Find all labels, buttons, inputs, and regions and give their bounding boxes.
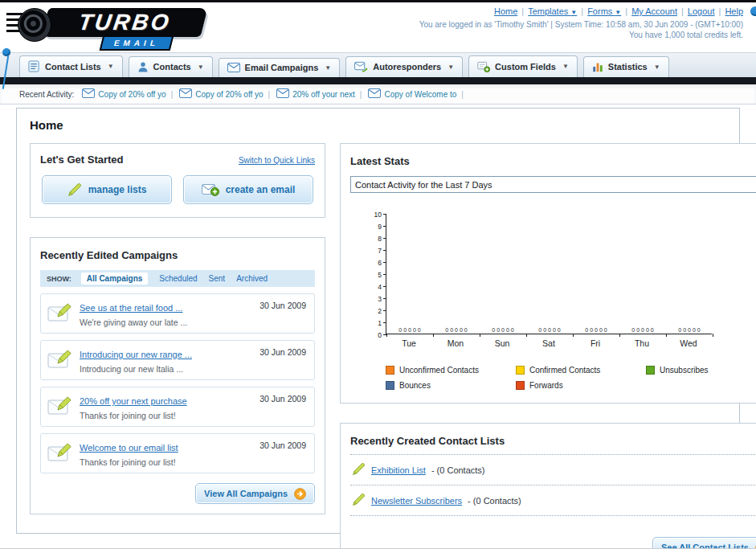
campaign-title-link[interactable]: 20% off your next purchase xyxy=(80,396,187,406)
envelope-icon xyxy=(179,88,192,100)
x-tick-mark xyxy=(619,334,620,337)
legend-item: Unsubscribes xyxy=(646,366,756,375)
bar-value-label: 0 xyxy=(693,327,696,333)
activity-item[interactable]: Copy of Welcome to xyxy=(368,88,456,100)
activity-item[interactable]: Copy of 20% off yo xyxy=(82,88,166,100)
contact-list-link[interactable]: Exhibition List xyxy=(371,465,426,475)
bar-value-label: 0 xyxy=(683,327,686,333)
tab-custom-fields[interactable]: Custom Fields▼ xyxy=(468,55,578,77)
campaign-title-link[interactable]: Introducing our new range ... xyxy=(80,350,192,359)
stats-period-value: Contact Activity for the Last 7 Days xyxy=(351,180,492,190)
activity-item-link[interactable]: Copy of Welcome to xyxy=(384,90,456,99)
y-tick-label: 10 xyxy=(370,211,382,219)
top-link-logout[interactable]: Logout xyxy=(688,6,715,16)
x-axis-label: Tue xyxy=(386,338,432,348)
filter-tab-archived[interactable]: Archived xyxy=(236,274,268,283)
y-tick-label: 7 xyxy=(370,247,382,255)
latest-stats-panel: Latest Stats Contact Activity for the La… xyxy=(340,143,756,404)
manage-lists-button[interactable]: manage lists xyxy=(42,175,172,204)
stats-period-select[interactable]: Contact Activity for the Last 7 Days ▼ xyxy=(350,176,756,193)
x-tick-mark xyxy=(573,334,574,337)
bar-value-label: 0 xyxy=(553,327,556,333)
tab-label: Custom Fields xyxy=(495,62,556,72)
filter-tab-scheduled[interactable]: Scheduled xyxy=(159,274,197,283)
contact-lists-title: Recently Created Contact Lists xyxy=(350,435,505,447)
activity-item-link[interactable]: Copy of 20% off yo xyxy=(98,90,166,99)
bar-value-label: 0 xyxy=(445,327,448,333)
see-all-contact-lists-button[interactable]: See All Contact Lists xyxy=(652,537,756,549)
activity-item[interactable]: 20% off your next xyxy=(276,88,355,100)
tab-email-campaigns[interactable]: Email Campaigns▼ xyxy=(219,58,341,77)
list-icon xyxy=(28,60,40,72)
create-email-button[interactable]: create an email xyxy=(183,175,313,204)
campaign-title-link[interactable]: See us at the retail food ... xyxy=(80,303,182,313)
y-tick-mark xyxy=(383,238,386,239)
y-tick-label: 2 xyxy=(370,307,382,315)
bar-value-label: 0 xyxy=(543,327,546,333)
bar-value-label: 0 xyxy=(506,327,509,333)
tab-statistics[interactable]: Statistics▼ xyxy=(583,56,669,77)
filter-tab-sent[interactable]: Sent xyxy=(209,274,226,283)
tab-autoresponders[interactable]: Autoresponders▼ xyxy=(345,56,463,77)
top-link-home[interactable]: Home xyxy=(494,6,517,16)
contact-list-link[interactable]: Newsletter Subscribers xyxy=(371,496,462,506)
x-axis-label: Thu xyxy=(619,338,665,348)
corner-dot-decoration xyxy=(750,6,756,16)
app-logo: TURBO EMAIL xyxy=(6,5,223,51)
top-link-templates[interactable]: Templates ▼ xyxy=(528,6,577,16)
top-link-help[interactable]: Help xyxy=(725,6,743,16)
bar-value-label: 0 xyxy=(631,327,635,333)
y-tick-mark xyxy=(383,262,386,263)
get-started-panel: Let's Get Started Switch to Quick Links … xyxy=(30,143,325,218)
x-tick-mark xyxy=(526,334,527,337)
separator: | xyxy=(360,90,362,99)
bar-value-label: 0 xyxy=(511,327,514,333)
tab-contacts[interactable]: Contacts▼ xyxy=(129,56,213,77)
chart-plot: 0123456789100000000000000000000000000000… xyxy=(386,214,712,334)
y-tick-label: 1 xyxy=(370,319,382,327)
y-tick-mark xyxy=(383,322,386,323)
y-tick-mark xyxy=(383,310,386,311)
fields-icon xyxy=(477,60,490,72)
login-status: You are logged in as 'Timothy Smith' | S… xyxy=(419,20,743,29)
top-link-forms[interactable]: Forms ▼ xyxy=(587,6,621,16)
filter-tab-all-campaigns[interactable]: All Campaigns xyxy=(81,272,148,285)
tab-label: Contact Lists xyxy=(45,62,101,72)
envelope-icon xyxy=(82,88,95,100)
main-content: Home Let's Get Started Switch to Quick L… xyxy=(16,108,740,534)
bar-group: 00000 xyxy=(386,327,433,333)
chevron-down-icon: ▼ xyxy=(108,63,114,70)
bar-value-label: 0 xyxy=(492,327,495,333)
view-all-campaigns-button[interactable]: View All Campaigns xyxy=(195,483,315,504)
tab-contact-lists[interactable]: Contact Lists▼ xyxy=(19,55,123,77)
switch-quick-links-link[interactable]: Switch to Quick Links xyxy=(239,156,315,165)
chevron-down-icon: ▼ xyxy=(570,9,577,16)
legend-label: Unconfirmed Contacts xyxy=(399,366,479,375)
top-link-my-account[interactable]: My Account xyxy=(631,6,677,16)
tab-label: Autoresponders xyxy=(373,62,441,72)
y-tick-mark xyxy=(383,226,386,227)
bar-value-label: 0 xyxy=(636,327,640,333)
bar-value-label: 0 xyxy=(548,327,551,333)
contact-list-row: Exhibition List- (0 Contacts) xyxy=(350,454,756,485)
tab-label: Email Campaigns xyxy=(245,63,319,72)
get-started-title: Let's Get Started xyxy=(40,154,124,166)
contact-lists-panel: Recently Created Contact Lists Exhibitio… xyxy=(340,423,756,549)
activity-item[interactable]: Copy of 20% off yo xyxy=(179,88,263,100)
separator: | xyxy=(719,6,721,16)
recent-activity-label: Recent Activity: xyxy=(19,90,74,99)
x-axis-label: Sat xyxy=(525,338,572,348)
campaign-title-link[interactable]: Welcome to our email list xyxy=(80,443,178,453)
bar-value-label: 0 xyxy=(497,327,500,333)
activity-item-link[interactable]: Copy of 20% off yo xyxy=(195,90,263,99)
x-tick-mark xyxy=(433,334,434,337)
tab-label: Contacts xyxy=(153,62,191,72)
contact-list-row: Newsletter Subscribers- (0 Contacts) xyxy=(350,485,756,516)
separator: | xyxy=(461,90,464,99)
bar-group: 00000 xyxy=(619,327,666,333)
bar-value-label: 0 xyxy=(455,327,458,333)
separator: | xyxy=(521,6,524,16)
legend-label: Unsubscribes xyxy=(660,366,709,375)
activity-item-link[interactable]: 20% off your next xyxy=(292,90,355,99)
legend-swatch xyxy=(516,366,525,375)
